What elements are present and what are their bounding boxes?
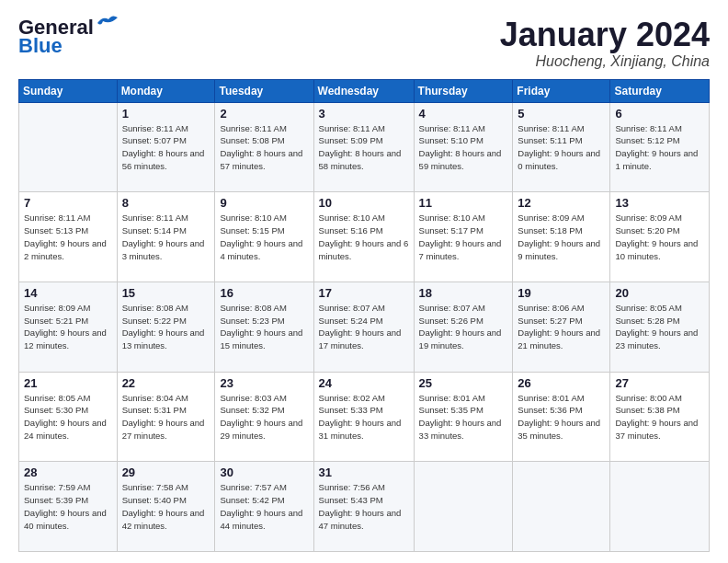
calendar-cell: 24Sunrise: 8:02 AMSunset: 5:33 PMDayligh… [313, 372, 414, 462]
day-number: 15 [122, 286, 210, 300]
calendar-cell [513, 462, 610, 552]
calendar-cell: 27Sunrise: 8:00 AMSunset: 5:38 PMDayligh… [610, 372, 710, 462]
day-info: Sunrise: 8:10 AMSunset: 5:16 PMDaylight:… [319, 212, 409, 262]
weekday-header-row: Sunday Monday Tuesday Wednesday Thursday… [19, 79, 710, 102]
day-info: Sunrise: 8:11 AMSunset: 5:13 PMDaylight:… [24, 212, 112, 262]
calendar-cell: 17Sunrise: 8:07 AMSunset: 5:24 PMDayligh… [313, 282, 414, 372]
day-number: 6 [615, 107, 704, 121]
calendar-cell: 11Sunrise: 8:10 AMSunset: 5:17 PMDayligh… [414, 192, 513, 282]
day-info: Sunrise: 8:05 AMSunset: 5:30 PMDaylight:… [24, 392, 112, 442]
day-number: 18 [419, 286, 508, 300]
calendar-page: General Blue General Blue January 2024 H… [0, 0, 728, 563]
calendar-cell: 29Sunrise: 7:58 AMSunset: 5:40 PMDayligh… [117, 462, 215, 552]
day-info: Sunrise: 8:03 AMSunset: 5:32 PMDaylight:… [220, 392, 308, 442]
day-info: Sunrise: 8:11 AMSunset: 5:08 PMDaylight:… [220, 122, 308, 173]
calendar-cell: 3Sunrise: 8:11 AMSunset: 5:09 PMDaylight… [313, 102, 414, 192]
day-number: 19 [518, 286, 605, 300]
day-info: Sunrise: 8:05 AMSunset: 5:28 PMDaylight:… [615, 302, 704, 352]
day-number: 13 [615, 196, 704, 210]
day-number: 9 [220, 196, 308, 210]
calendar-week-row: 1Sunrise: 8:11 AMSunset: 5:07 PMDaylight… [19, 102, 710, 192]
calendar-cell: 6Sunrise: 8:11 AMSunset: 5:12 PMDaylight… [610, 102, 710, 192]
calendar-cell: 26Sunrise: 8:01 AMSunset: 5:36 PMDayligh… [513, 372, 610, 462]
calendar-cell [19, 102, 118, 192]
calendar-cell: 7Sunrise: 8:11 AMSunset: 5:13 PMDaylight… [19, 192, 118, 282]
calendar-cell: 19Sunrise: 8:06 AMSunset: 5:27 PMDayligh… [513, 282, 610, 372]
day-number: 2 [220, 107, 308, 121]
day-info: Sunrise: 8:07 AMSunset: 5:26 PMDaylight:… [419, 302, 508, 352]
calendar-cell: 8Sunrise: 8:11 AMSunset: 5:14 PMDaylight… [117, 192, 215, 282]
day-info: Sunrise: 8:09 AMSunset: 5:21 PMDaylight:… [24, 302, 112, 352]
calendar-cell: 2Sunrise: 8:11 AMSunset: 5:08 PMDaylight… [215, 102, 313, 192]
day-info: Sunrise: 8:02 AMSunset: 5:33 PMDaylight:… [319, 392, 409, 442]
day-number: 21 [24, 376, 112, 390]
day-info: Sunrise: 7:57 AMSunset: 5:42 PMDaylight:… [220, 481, 308, 532]
calendar-cell: 13Sunrise: 8:09 AMSunset: 5:20 PMDayligh… [610, 192, 710, 282]
day-number: 12 [518, 196, 605, 210]
calendar-cell: 21Sunrise: 8:05 AMSunset: 5:30 PMDayligh… [19, 372, 118, 462]
day-number: 24 [319, 376, 409, 390]
day-info: Sunrise: 8:11 AMSunset: 5:14 PMDaylight:… [122, 212, 210, 262]
calendar-cell: 15Sunrise: 8:08 AMSunset: 5:22 PMDayligh… [117, 282, 215, 372]
calendar-cell [414, 462, 513, 552]
day-info: Sunrise: 8:06 AMSunset: 5:27 PMDaylight:… [518, 302, 605, 352]
day-info: Sunrise: 8:01 AMSunset: 5:36 PMDaylight:… [518, 392, 605, 442]
header-thursday: Thursday [414, 79, 513, 102]
calendar-cell: 31Sunrise: 7:56 AMSunset: 5:43 PMDayligh… [313, 462, 414, 552]
calendar-table: Sunday Monday Tuesday Wednesday Thursday… [18, 79, 710, 552]
day-info: Sunrise: 7:58 AMSunset: 5:40 PMDaylight:… [122, 481, 210, 532]
day-number: 27 [615, 376, 704, 390]
calendar-cell: 25Sunrise: 8:01 AMSunset: 5:35 PMDayligh… [414, 372, 513, 462]
calendar-cell: 18Sunrise: 8:07 AMSunset: 5:26 PMDayligh… [414, 282, 513, 372]
header-tuesday: Tuesday [215, 79, 313, 102]
bird-icon [96, 14, 123, 32]
day-info: Sunrise: 8:10 AMSunset: 5:17 PMDaylight:… [419, 212, 508, 262]
calendar-week-row: 28Sunrise: 7:59 AMSunset: 5:39 PMDayligh… [19, 462, 710, 552]
calendar-cell: 23Sunrise: 8:03 AMSunset: 5:32 PMDayligh… [215, 372, 313, 462]
header: General Blue General Blue January 2024 H… [18, 17, 710, 70]
day-number: 8 [122, 196, 210, 210]
logo-block: General Blue [18, 17, 123, 57]
day-number: 10 [319, 196, 409, 210]
day-info: Sunrise: 8:10 AMSunset: 5:15 PMDaylight:… [220, 212, 308, 262]
calendar-cell [610, 462, 710, 552]
day-number: 30 [220, 465, 308, 479]
day-info: Sunrise: 8:08 AMSunset: 5:22 PMDaylight:… [122, 302, 210, 352]
day-number: 28 [24, 465, 112, 479]
calendar-cell: 22Sunrise: 8:04 AMSunset: 5:31 PMDayligh… [117, 372, 215, 462]
day-info: Sunrise: 8:11 AMSunset: 5:07 PMDaylight:… [122, 122, 210, 173]
location: Huocheng, Xinjiang, China [500, 53, 710, 70]
day-info: Sunrise: 8:04 AMSunset: 5:31 PMDaylight:… [122, 392, 210, 442]
day-number: 11 [419, 196, 508, 210]
day-info: Sunrise: 8:08 AMSunset: 5:23 PMDaylight:… [220, 302, 308, 352]
day-info: Sunrise: 8:11 AMSunset: 5:10 PMDaylight:… [419, 122, 508, 173]
day-info: Sunrise: 8:11 AMSunset: 5:11 PMDaylight:… [518, 122, 605, 173]
day-info: Sunrise: 8:07 AMSunset: 5:24 PMDaylight:… [319, 302, 409, 352]
calendar-cell: 30Sunrise: 7:57 AMSunset: 5:42 PMDayligh… [215, 462, 313, 552]
day-number: 16 [220, 286, 308, 300]
calendar-week-row: 21Sunrise: 8:05 AMSunset: 5:30 PMDayligh… [19, 372, 710, 462]
day-number: 17 [319, 286, 409, 300]
calendar-week-row: 7Sunrise: 8:11 AMSunset: 5:13 PMDaylight… [19, 192, 710, 282]
calendar-cell: 16Sunrise: 8:08 AMSunset: 5:23 PMDayligh… [215, 282, 313, 372]
calendar-cell: 10Sunrise: 8:10 AMSunset: 5:16 PMDayligh… [313, 192, 414, 282]
day-number: 22 [122, 376, 210, 390]
day-number: 29 [122, 465, 210, 479]
day-number: 23 [220, 376, 308, 390]
header-sunday: Sunday [19, 79, 118, 102]
calendar-cell: 4Sunrise: 8:11 AMSunset: 5:10 PMDaylight… [414, 102, 513, 192]
day-info: Sunrise: 8:09 AMSunset: 5:18 PMDaylight:… [518, 212, 605, 262]
title-block: January 2024 Huocheng, Xinjiang, China [500, 17, 710, 70]
day-info: Sunrise: 7:56 AMSunset: 5:43 PMDaylight:… [319, 481, 409, 532]
day-number: 14 [24, 286, 112, 300]
day-number: 25 [419, 376, 508, 390]
day-number: 1 [122, 107, 210, 121]
day-number: 3 [319, 107, 409, 121]
logo-blue: Blue [18, 35, 123, 57]
header-saturday: Saturday [610, 79, 710, 102]
calendar-cell: 5Sunrise: 8:11 AMSunset: 5:11 PMDaylight… [513, 102, 610, 192]
calendar-cell: 12Sunrise: 8:09 AMSunset: 5:18 PMDayligh… [513, 192, 610, 282]
day-number: 26 [518, 376, 605, 390]
day-number: 7 [24, 196, 112, 210]
calendar-cell: 1Sunrise: 8:11 AMSunset: 5:07 PMDaylight… [117, 102, 215, 192]
